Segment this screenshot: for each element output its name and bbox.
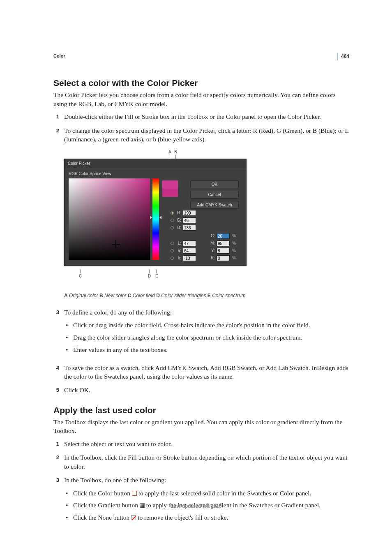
step-text: Click OK. (64, 386, 349, 394)
label-L: L: (175, 241, 181, 245)
bullet-item: Click the Color button to apply the last… (66, 489, 349, 498)
cap-C-t: Color field (131, 293, 156, 298)
figure-color-picker: A B Color Picker RGB Color Space View (64, 150, 349, 299)
input-L[interactable]: 47 (183, 240, 196, 246)
page-number: 464 (337, 53, 349, 60)
heading-apply-last: Apply the last used color (53, 405, 349, 415)
label-G: G: (175, 218, 181, 222)
step2-2: 2 In the Toolbox, click the Fill button … (53, 453, 349, 471)
input-M[interactable]: 95 (217, 240, 230, 246)
step-num: 4 (53, 363, 59, 381)
none-button-icon (131, 515, 136, 520)
dialog-title: Color Picker (65, 159, 246, 168)
step-text: Double-click either the Fill or Stroke b… (64, 112, 349, 121)
swatch-new (162, 180, 178, 189)
cancel-button[interactable]: Cancel (190, 191, 239, 199)
step-text: In the Toolbox, do one of the following: (64, 476, 166, 483)
step-num: 1 (53, 112, 59, 121)
callout-E: E (155, 274, 158, 278)
step-num: 2 (53, 453, 59, 471)
step-num: 3 (53, 308, 59, 358)
cap-B-t: New color (103, 293, 128, 298)
step-2: 2 To change the color spectrum displayed… (53, 126, 349, 144)
radio-R[interactable] (171, 211, 174, 215)
label-B: B: (175, 225, 181, 230)
input-B[interactable]: 136 (183, 225, 196, 231)
step-1: 1 Double-click either the Fill or Stroke… (53, 112, 349, 121)
step-text: To save the color as a swatch, click Add… (64, 363, 349, 381)
step-text: To change the color spectrum displayed i… (64, 126, 349, 144)
intro-para-1: The Color Picker lets you choose colors … (53, 90, 349, 108)
label-a: a: (175, 248, 181, 253)
intro-para-2: The Toolbox displays the last color or g… (53, 418, 349, 435)
input-C[interactable]: 20 (217, 233, 230, 239)
radio-G[interactable] (171, 219, 174, 222)
callout-A: A (168, 150, 171, 154)
slider-triangle-left[interactable] (150, 216, 152, 219)
step-5: 5 Click OK. (53, 386, 349, 394)
step2-1: 1 Select the object or text you want to … (53, 439, 349, 448)
input-G[interactable]: 46 (183, 217, 196, 223)
cap-D-b: D (156, 293, 160, 298)
cap-A-b: A (64, 293, 68, 298)
label-M: M: (209, 241, 215, 245)
radio-B[interactable] (171, 226, 174, 229)
step-num: 2 (53, 126, 59, 144)
ok-button[interactable]: OK (190, 180, 239, 188)
input-R[interactable]: 199 (183, 210, 196, 216)
step-num: 3 (53, 476, 59, 526)
pct: % (232, 234, 236, 238)
color-spectrum[interactable] (152, 178, 159, 260)
label-K: K: (209, 256, 215, 260)
bullet-text-a: Click the None button (73, 514, 131, 521)
tick-C (80, 269, 81, 273)
cap-D-t: Color slider triangles (160, 293, 208, 298)
add-swatch-button[interactable]: Add CMYK Swatch (190, 201, 239, 209)
cap-E-b: E (208, 293, 211, 298)
color-field-cursor (113, 242, 118, 247)
color-button-icon (132, 491, 137, 496)
step-4: 4 To save the color as a swatch, click A… (53, 363, 349, 381)
bullet-item: Drag the color slider triangles along th… (66, 333, 349, 342)
label-b: b: (175, 256, 181, 260)
label-Y: Y: (209, 248, 215, 253)
pct: % (232, 256, 236, 260)
footer-last-updated: Last updated 6/6/2015 (0, 503, 392, 509)
radio-L[interactable] (171, 242, 174, 245)
bullet-text-a: Click the Color button (73, 490, 132, 497)
color-field[interactable] (69, 178, 150, 260)
radio-b[interactable] (171, 257, 174, 260)
callout-D: D (148, 274, 151, 278)
figure-caption: A Original color B New color C Color fie… (64, 293, 349, 299)
swatch-original (162, 189, 178, 197)
pct: % (232, 248, 236, 253)
step-3: 3 To define a color, do any of the follo… (53, 308, 349, 358)
pct: % (232, 241, 236, 245)
radio-a[interactable] (171, 249, 174, 252)
bullet-item: Enter values in any of the text boxes. (66, 345, 349, 354)
input-Y[interactable]: 8 (217, 248, 230, 254)
input-a[interactable]: 64 (183, 248, 196, 254)
step-num: 5 (53, 386, 59, 394)
step-text: Select the object or text you want to co… (64, 439, 349, 448)
swatch-pair (162, 180, 178, 197)
tick-E (156, 269, 157, 273)
step-text: To define a color, do any of the followi… (64, 309, 172, 316)
heading-select-color: Select a color with the Color Picker (53, 78, 349, 88)
slider-triangle-right[interactable] (159, 216, 161, 219)
cap-B-b: B (99, 293, 103, 298)
cap-A-t: Original color (68, 293, 99, 298)
tick-A (170, 155, 170, 159)
dialog-subhead: RGB Color Space View (69, 171, 159, 176)
label-C: C: (209, 234, 215, 238)
bullet-item: Click the None button to remove the obje… (66, 513, 349, 522)
label-R: R: (175, 210, 181, 215)
section-label: Color (53, 53, 349, 58)
bullet-text-b: to apply the last selected solid color i… (138, 490, 311, 497)
input-K[interactable]: 0 (217, 255, 230, 261)
cap-E-t: Color spectrum (211, 293, 246, 298)
bullet-text-b: to remove the object's fill or stroke. (138, 514, 228, 521)
tick-B (175, 155, 176, 159)
input-b[interactable]: -13 (183, 255, 196, 261)
step-text: In the Toolbox, click the Fill button or… (64, 453, 349, 471)
